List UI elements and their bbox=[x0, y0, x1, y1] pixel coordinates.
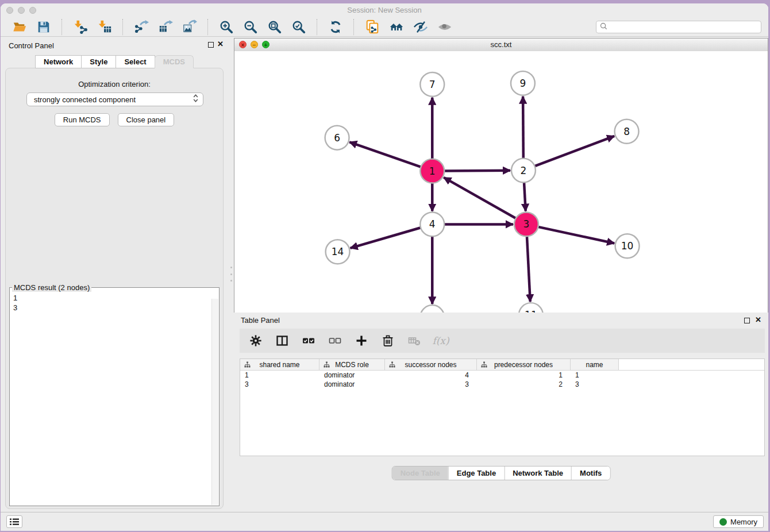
maximize-window-button[interactable] bbox=[29, 7, 36, 14]
cell-shared-name[interactable]: 1 bbox=[240, 371, 319, 379]
cell-MCDS-role[interactable]: dominator bbox=[319, 380, 385, 388]
tab-network-table[interactable]: Network Table bbox=[504, 467, 571, 480]
column-header-MCDS-role[interactable]: MCDS role bbox=[319, 359, 385, 370]
tab-motifs[interactable]: Motifs bbox=[571, 467, 610, 480]
table-panel-float-button[interactable] bbox=[744, 318, 750, 323]
node-4[interactable]: 4 bbox=[420, 212, 444, 236]
cell-MCDS-role[interactable]: dominator bbox=[319, 371, 385, 379]
network-graph[interactable]: 7968124314101511 bbox=[234, 51, 768, 340]
status-bar: Memory bbox=[1, 512, 768, 531]
select-all-columns-icon[interactable] bbox=[302, 334, 315, 348]
node-7[interactable]: 7 bbox=[420, 72, 444, 97]
memory-button[interactable]: Memory bbox=[713, 515, 764, 528]
cell-successor-nodes[interactable]: 4 bbox=[385, 371, 477, 379]
edge-3-10[interactable] bbox=[538, 227, 614, 244]
edge-2-8[interactable] bbox=[535, 136, 615, 166]
edge-1-6[interactable] bbox=[349, 142, 421, 167]
network-maximize-button[interactable]: + bbox=[262, 41, 270, 48]
minimize-window-button[interactable] bbox=[18, 7, 25, 14]
control-panel-close-button[interactable]: ✕ bbox=[217, 40, 224, 49]
clone-network-icon[interactable] bbox=[365, 20, 380, 34]
control-panel-float-button[interactable] bbox=[208, 42, 214, 48]
table-toolbar: f(x) bbox=[240, 329, 765, 353]
tab-mcds[interactable]: MCDS bbox=[155, 55, 194, 68]
network-minimize-button[interactable]: − bbox=[251, 41, 258, 48]
network-overview-icon[interactable] bbox=[389, 20, 404, 34]
save-session-icon[interactable] bbox=[36, 20, 51, 34]
column-type-icon bbox=[244, 361, 251, 369]
svg-text:6: 6 bbox=[334, 132, 340, 144]
column-header-predecessor-nodes[interactable]: predecessor nodes bbox=[477, 359, 571, 370]
node-10[interactable]: 10 bbox=[615, 234, 640, 258]
node-3[interactable]: 3 bbox=[514, 212, 538, 236]
node-14[interactable]: 14 bbox=[326, 240, 350, 264]
zoom-out-icon[interactable] bbox=[243, 20, 258, 34]
add-column-icon[interactable] bbox=[355, 334, 368, 348]
unselect-all-columns-icon[interactable] bbox=[328, 334, 342, 348]
traffic-lights bbox=[6, 7, 36, 14]
close-window-button[interactable] bbox=[6, 7, 13, 14]
tab-network[interactable]: Network bbox=[35, 55, 82, 68]
refresh-layout-icon[interactable] bbox=[328, 20, 343, 34]
cell-name[interactable]: 1 bbox=[571, 371, 619, 379]
result-scrollbar[interactable] bbox=[211, 299, 218, 505]
node-6[interactable]: 6 bbox=[325, 126, 349, 150]
mcds-panel: Optimization criterion: strongly connect… bbox=[5, 68, 224, 509]
delete-column-icon[interactable] bbox=[381, 334, 395, 348]
column-header-name[interactable]: name bbox=[571, 359, 619, 370]
tab-select[interactable]: Select bbox=[116, 55, 155, 68]
delete-table-icon bbox=[407, 334, 421, 348]
export-network-icon[interactable] bbox=[134, 20, 149, 34]
table-settings-icon[interactable] bbox=[249, 334, 263, 348]
svg-text:3: 3 bbox=[523, 218, 530, 230]
tab-edge-table[interactable]: Edge Table bbox=[448, 467, 504, 480]
edge-2-3[interactable] bbox=[524, 183, 526, 211]
column-header-label: name bbox=[586, 361, 603, 369]
vertical-splitter-handle[interactable] bbox=[230, 267, 233, 282]
node-1[interactable]: 1 bbox=[420, 159, 444, 183]
cell-name[interactable]: 3 bbox=[571, 380, 619, 388]
export-table-icon[interactable] bbox=[158, 20, 173, 34]
cell-shared-name[interactable]: 3 bbox=[240, 380, 319, 388]
tab-node-table[interactable]: Node Table bbox=[392, 467, 448, 480]
split-columns-icon[interactable] bbox=[275, 334, 289, 348]
search-input[interactable] bbox=[610, 22, 757, 32]
edge-2-9[interactable] bbox=[523, 97, 523, 159]
node-9[interactable]: 9 bbox=[511, 71, 535, 95]
export-image-icon[interactable] bbox=[182, 20, 197, 34]
tab-style[interactable]: Style bbox=[81, 55, 116, 68]
cell-predecessor-nodes[interactable]: 1 bbox=[477, 371, 571, 379]
open-file-icon[interactable] bbox=[12, 20, 27, 34]
column-header-label: shared name bbox=[259, 361, 299, 369]
network-canvas[interactable]: 7968124314101511 bbox=[234, 51, 768, 340]
search-box[interactable] bbox=[596, 21, 761, 33]
run-mcds-button[interactable]: Run MCDS bbox=[55, 113, 110, 126]
node-8[interactable]: 8 bbox=[615, 119, 639, 144]
network-window-titlebar[interactable]: × − + scc.txt bbox=[234, 38, 768, 52]
import-table-icon[interactable] bbox=[97, 20, 112, 34]
zoom-selected-icon[interactable] bbox=[291, 20, 306, 34]
task-history-button[interactable] bbox=[6, 515, 22, 528]
app-window: Session: New Session Control Panel ✕ Net… bbox=[1, 3, 768, 531]
import-network-icon[interactable] bbox=[73, 20, 88, 34]
cell-predecessor-nodes[interactable]: 2 bbox=[477, 380, 571, 388]
edge-1-2[interactable] bbox=[444, 171, 510, 171]
edge-3-1[interactable] bbox=[444, 178, 515, 218]
network-close-button[interactable]: × bbox=[239, 41, 247, 48]
edge-3-11[interactable] bbox=[527, 236, 530, 302]
hide-graphics-details-icon[interactable] bbox=[413, 20, 428, 34]
table-row[interactable]: 3dominator323 bbox=[240, 380, 764, 389]
table-panel-close-button[interactable]: ✕ bbox=[755, 315, 761, 325]
zoom-fit-icon[interactable] bbox=[267, 20, 282, 34]
optimization-criterion-value: strongly connected component bbox=[34, 95, 193, 104]
zoom-in-icon[interactable] bbox=[219, 20, 234, 34]
column-header-shared-name[interactable]: shared name bbox=[240, 359, 319, 370]
show-graphics-details-icon[interactable] bbox=[437, 20, 452, 34]
table-row[interactable]: 1dominator411 bbox=[240, 371, 764, 380]
optimization-criterion-select[interactable]: strongly connected component bbox=[26, 92, 203, 106]
node-2[interactable]: 2 bbox=[511, 159, 536, 183]
close-panel-button[interactable]: Close panel bbox=[118, 113, 175, 126]
column-header-successor-nodes[interactable]: successor nodes bbox=[385, 359, 477, 370]
cell-successor-nodes[interactable]: 3 bbox=[385, 380, 477, 388]
edge-4-14[interactable] bbox=[351, 228, 421, 248]
